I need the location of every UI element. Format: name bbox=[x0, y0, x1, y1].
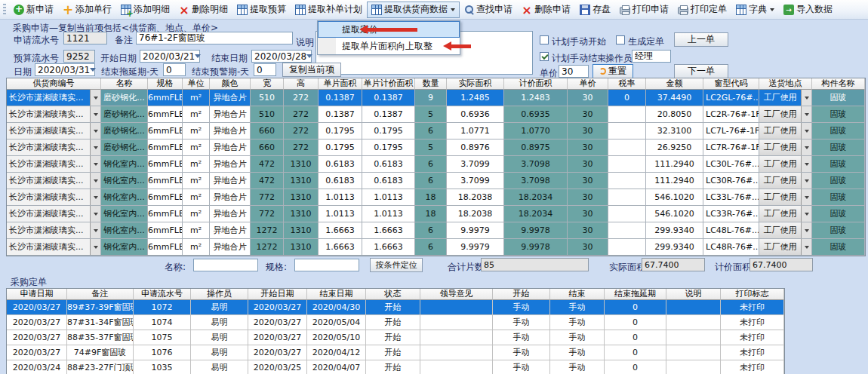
main-column-header[interactable]: 金额 bbox=[646, 78, 703, 90]
cell-height[interactable]: 1310 bbox=[284, 239, 319, 256]
main-column-header[interactable]: 构件名称 bbox=[812, 78, 865, 90]
cell-piece_billing_area[interactable]: 0.1387 bbox=[362, 90, 415, 106]
cell-window_code[interactable]: LC48R-76#... bbox=[703, 239, 759, 256]
cell-delivery[interactable]: 工厂使用 bbox=[759, 206, 812, 222]
plan-manual-start-checkbox[interactable] bbox=[540, 35, 549, 44]
toolbar-button-2[interactable]: 添加单行 bbox=[58, 2, 116, 18]
orders-column-header[interactable]: 开始 bbox=[493, 289, 550, 300]
cell-width[interactable]: 772 bbox=[251, 206, 284, 222]
next-order-button[interactable]: 下一单 bbox=[674, 64, 728, 78]
prev-order-button[interactable]: 上一单 bbox=[674, 32, 728, 47]
cell-delivery[interactable]: 工厂使用 bbox=[759, 173, 812, 189]
cell-amount[interactable]: 111.2940 bbox=[646, 173, 703, 189]
cell-billing_area[interactable]: 3.7098 bbox=[504, 173, 568, 189]
cell-piece_billing_area[interactable]: 1.6663 bbox=[362, 222, 415, 239]
cell-qty[interactable]: 5 bbox=[415, 106, 447, 123]
orders-cell[interactable]: 1072 bbox=[134, 300, 191, 315]
main-column-header[interactable]: 单片计价面积 bbox=[362, 78, 415, 90]
dropdown-arrow-icon[interactable] bbox=[801, 90, 811, 106]
cell-name[interactable]: 磨砂钢化... bbox=[101, 139, 148, 156]
cell-color[interactable]: 异地合片 bbox=[210, 239, 251, 256]
orders-cell[interactable]: 2020/03/27 bbox=[7, 300, 67, 315]
cell-name[interactable]: 钢化室内... bbox=[101, 222, 148, 239]
cell-part[interactable]: 固玻 bbox=[812, 189, 865, 206]
orders-cell[interactable]: 手动 bbox=[493, 300, 550, 315]
cell-spec[interactable]: 6mmFLE... bbox=[148, 173, 183, 189]
start-date-combo[interactable]: 2020/03/21 bbox=[140, 50, 200, 63]
orders-cell[interactable]: 2020/03/24 bbox=[7, 360, 67, 374]
cell-piece_area[interactable]: 0.6183 bbox=[319, 156, 362, 173]
main-table-row[interactable]: 长沙市潇湘玻璃实...钢化室内...6mmFLE...m²异地合片1272131… bbox=[7, 222, 865, 239]
main-table-row[interactable]: 长沙市潇湘玻璃实...钢化室内...6mmFLE...m²异地合片7721310… bbox=[7, 206, 865, 222]
orders-cell[interactable] bbox=[420, 345, 493, 360]
cell-color[interactable]: 异地合片 bbox=[210, 156, 251, 173]
cell-spec[interactable]: 6mmFLE... bbox=[148, 189, 183, 206]
main-column-header[interactable]: 计价面积 bbox=[504, 78, 568, 90]
orders-column-header[interactable]: 领导意见 bbox=[420, 289, 493, 300]
dropdown-arrow-icon[interactable] bbox=[90, 123, 100, 139]
orders-cell[interactable]: 0 bbox=[605, 360, 666, 374]
orders-cell[interactable]: 手动 bbox=[493, 315, 550, 330]
main-table-row[interactable]: 长沙市潇湘玻璃实...磨砂钢化...6mmFLE...m²异地合片5102720… bbox=[7, 106, 865, 123]
orders-column-header[interactable]: 申请流水号 bbox=[134, 289, 191, 300]
cell-window_code[interactable]: LC30L-76#... bbox=[703, 156, 759, 173]
cell-actual_area[interactable]: 1.2485 bbox=[447, 90, 504, 106]
cell-tax[interactable] bbox=[608, 123, 646, 139]
cell-actual_area[interactable]: 3.7099 bbox=[447, 173, 504, 189]
cell-window_code[interactable]: LC33R-76#... bbox=[703, 206, 759, 222]
apply-no-input[interactable] bbox=[63, 32, 107, 44]
cell-piece_billing_area[interactable]: 0.1795 bbox=[362, 123, 415, 139]
orders-cell[interactable]: 2020/04/07 bbox=[307, 360, 366, 374]
cell-delivery[interactable]: 工厂使用 bbox=[759, 106, 812, 123]
cell-unit[interactable]: m² bbox=[183, 239, 210, 256]
orders-cell[interactable]: 未打印 bbox=[721, 300, 784, 315]
toolbar-button-6[interactable]: 提取补单计划 bbox=[291, 2, 367, 18]
main-table-row[interactable]: 长沙市潇湘玻璃实...钢化室内...6mmFLE...m²异地合片7721310… bbox=[7, 189, 865, 206]
orders-column-header[interactable]: 状态 bbox=[366, 289, 420, 300]
dropdown-arrow-icon[interactable] bbox=[90, 239, 100, 255]
cell-actual_area[interactable]: 18.2038 bbox=[447, 189, 504, 206]
orders-cell[interactable] bbox=[420, 300, 493, 315]
cell-height[interactable]: 1310 bbox=[284, 222, 319, 239]
cell-tax[interactable] bbox=[608, 106, 646, 123]
cell-piece_area[interactable]: 1.6663 bbox=[319, 222, 362, 239]
orders-cell[interactable]: 开始 bbox=[366, 330, 420, 345]
cell-spec[interactable]: 6mmFLE... bbox=[148, 222, 183, 239]
cell-unit_price[interactable]: 30 bbox=[568, 189, 608, 206]
cell-name[interactable]: 钢化室内... bbox=[101, 239, 148, 256]
cell-color[interactable]: 异地合片 bbox=[210, 106, 251, 123]
cell-qty[interactable]: 6 bbox=[415, 222, 447, 239]
cell-unit_price[interactable]: 30 bbox=[568, 206, 608, 222]
orders-column-header[interactable]: 结束 bbox=[550, 289, 605, 300]
cell-actual_area[interactable]: 9.9979 bbox=[447, 239, 504, 256]
cell-unit[interactable]: m² bbox=[183, 90, 210, 106]
plan-manual-end-checkbox[interactable] bbox=[540, 52, 549, 61]
toolbar-button-8[interactable]: 查找申请 bbox=[460, 2, 517, 18]
cell-height[interactable]: 1310 bbox=[284, 206, 319, 222]
toolbar-button-14[interactable]: 导入数据 bbox=[779, 2, 837, 18]
toolbar-button-1[interactable]: 新申请 bbox=[9, 2, 58, 18]
spec-filter-input[interactable] bbox=[294, 259, 359, 271]
orders-column-header[interactable]: 操作员 bbox=[191, 289, 248, 300]
orders-cell[interactable] bbox=[420, 360, 493, 374]
dropdown-arrow-icon[interactable] bbox=[801, 206, 811, 222]
orders-cell[interactable]: 未打印 bbox=[721, 315, 784, 330]
orders-cell[interactable]: 手动 bbox=[493, 330, 550, 345]
cell-actual_area[interactable]: 3.7099 bbox=[447, 156, 504, 173]
locate-by-condition-button[interactable]: 按条件定位 bbox=[370, 258, 423, 272]
orders-column-header[interactable]: 申请日期 bbox=[7, 289, 67, 300]
cell-tax[interactable] bbox=[608, 239, 646, 256]
cell-spec[interactable]: 6mmFLE... bbox=[148, 139, 183, 156]
main-table-row[interactable]: 长沙市潇湘玻璃实...磨砂钢化...6mmFLE...m²异地合片6602720… bbox=[7, 139, 865, 156]
dropdown-arrow-icon[interactable] bbox=[801, 189, 811, 205]
cell-part[interactable]: 固玻 bbox=[812, 206, 865, 222]
cell-amount[interactable]: 26.9250 bbox=[646, 139, 703, 156]
cell-billing_area[interactable]: 3.7098 bbox=[504, 156, 568, 173]
cell-unit_price[interactable]: 30 bbox=[568, 139, 608, 156]
cell-color[interactable]: 异地合片 bbox=[210, 90, 251, 106]
orders-cell[interactable]: 88#35-37F窗固玻 bbox=[67, 330, 134, 345]
orders-cell[interactable]: 未打印 bbox=[721, 360, 784, 374]
cell-unit[interactable]: m² bbox=[183, 222, 210, 239]
cell-supplier[interactable]: 长沙市潇湘玻璃实... bbox=[7, 156, 101, 173]
unit-price-input[interactable] bbox=[559, 65, 589, 78]
